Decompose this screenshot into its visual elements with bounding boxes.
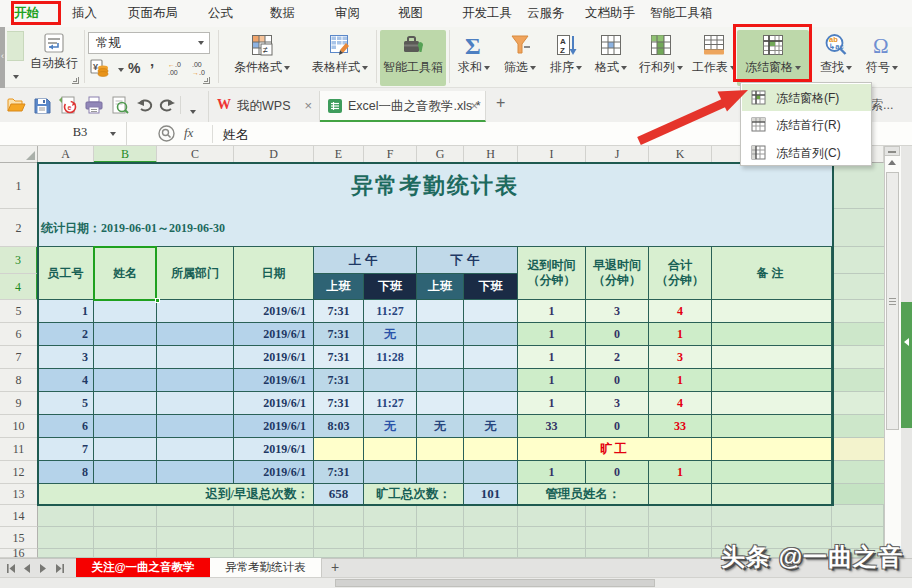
cell-F6[interactable]: 无 — [364, 323, 417, 346]
totals-empty-l[interactable] — [712, 484, 832, 505]
column-header-H[interactable]: H — [464, 146, 518, 163]
cell-K6[interactable]: 1 — [649, 323, 712, 346]
header-pm[interactable]: 下午 — [417, 247, 518, 274]
cell-B10[interactable] — [94, 415, 157, 438]
cell-M4[interactable] — [832, 274, 884, 300]
sheet-tab-promo[interactable]: 关注@一曲之音教学 — [76, 558, 210, 577]
special-paste-icon[interactable] — [158, 125, 175, 142]
menu-item-10[interactable]: 文档助手 — [585, 0, 635, 27]
column-header-E[interactable]: E — [314, 146, 364, 163]
column-header-C[interactable]: C — [157, 146, 234, 163]
close-tab-icon[interactable]: × — [470, 98, 478, 113]
cell-B11[interactable] — [94, 438, 157, 461]
conditional-format-button[interactable]: ≠条件格式 — [224, 30, 300, 86]
cell-A6[interactable]: 2 — [38, 323, 94, 346]
cell-M11[interactable] — [832, 438, 884, 461]
title-block[interactable]: 异常考勤统计表统计日期：2019-06-01～2019-06-30 — [38, 163, 832, 247]
freeze-menu-item-3[interactable]: 冻结首列(C) — [742, 139, 871, 166]
cell-M8[interactable] — [832, 369, 884, 392]
menu-item-9[interactable]: 云服务 — [527, 0, 565, 27]
cell-F10[interactable]: 无 — [364, 415, 417, 438]
cell-D6[interactable]: 2019/6/1 — [234, 323, 314, 346]
cell-A12[interactable]: 8 — [38, 461, 94, 484]
row-header-5[interactable]: 5 — [0, 300, 38, 323]
vertical-scroll-thumb[interactable] — [886, 172, 899, 430]
cell-B12[interactable] — [94, 461, 157, 484]
prev-sheet-icon[interactable] — [23, 564, 31, 573]
header-am-on[interactable]: 上班 — [314, 274, 364, 300]
column-header-F[interactable]: F — [364, 146, 417, 163]
header-note[interactable]: 备注 — [712, 247, 832, 300]
totals-admin-label[interactable]: 管理员姓名： — [518, 484, 649, 505]
cell-H10[interactable]: 无 — [464, 415, 518, 438]
cell-K9[interactable]: 4 — [649, 392, 712, 415]
save-icon[interactable] — [32, 95, 52, 115]
menu-item-1[interactable]: 开始 — [14, 0, 39, 27]
cell-D8[interactable]: 2019/6/1 — [234, 369, 314, 392]
column-header-J[interactable]: J — [586, 146, 649, 163]
percent-button[interactable]: % — [128, 60, 140, 76]
row-header-2[interactable]: 2 — [0, 209, 38, 247]
cell-G6[interactable] — [417, 323, 464, 346]
cell-E9[interactable]: 7:31 — [314, 392, 364, 415]
cell-C8[interactable] — [157, 369, 234, 392]
cell-L11[interactable] — [712, 438, 832, 461]
cell-H8[interactable] — [464, 369, 518, 392]
next-sheet-icon[interactable] — [39, 564, 47, 573]
column-header-K[interactable]: K — [649, 146, 712, 163]
comma-style-button[interactable]: ’ — [150, 60, 154, 77]
cell-G11[interactable] — [417, 438, 464, 461]
sheet-tab-active[interactable]: 异常考勤统计表 — [210, 558, 322, 577]
cell-F12[interactable] — [364, 461, 417, 484]
cell-A7[interactable]: 3 — [38, 346, 94, 369]
cell-J10[interactable]: 0 — [586, 415, 649, 438]
side-panel-handle[interactable] — [901, 302, 912, 428]
cell-M2[interactable] — [832, 209, 884, 247]
row-header-8[interactable]: 8 — [0, 369, 38, 392]
row-header-11[interactable]: 11 — [0, 438, 38, 461]
cell-H5[interactable] — [464, 300, 518, 323]
menu-item-8[interactable]: 开发工具 — [462, 0, 512, 27]
quickbar-caret-icon[interactable] — [188, 102, 196, 120]
worksheet-button[interactable]: 工作表 — [688, 30, 740, 86]
cell-A11[interactable]: 7 — [38, 438, 94, 461]
cell-C7[interactable] — [157, 346, 234, 369]
menu-item-3[interactable]: 页面布局 — [128, 0, 178, 27]
freeze-panes-button[interactable]: 冻结窗格 — [737, 30, 809, 86]
cell-B5[interactable] — [94, 300, 157, 323]
cell-G7[interactable] — [417, 346, 464, 369]
first-sheet-icon[interactable] — [6, 564, 16, 573]
cell-G8[interactable] — [417, 369, 464, 392]
header-name[interactable]: 姓名 — [94, 247, 157, 300]
vertical-split-handle[interactable] — [884, 146, 900, 156]
cell-E12[interactable]: 7:31 — [314, 461, 364, 484]
cell-K12[interactable]: 1 — [649, 461, 712, 484]
cell-I6[interactable]: 1 — [518, 323, 586, 346]
table-style-button[interactable]: 表格样式 — [302, 30, 378, 86]
cell-C12[interactable] — [157, 461, 234, 484]
name-box-caret-icon[interactable] — [110, 132, 116, 136]
paste-button-partial[interactable] — [7, 31, 24, 61]
cell-D5[interactable]: 2019/6/1 — [234, 300, 314, 323]
cell-M10[interactable] — [832, 415, 884, 438]
row-header-9[interactable]: 9 — [0, 392, 38, 415]
cell-M5[interactable] — [832, 300, 884, 323]
cell-G9[interactable] — [417, 392, 464, 415]
totals-empty-k[interactable] — [649, 484, 712, 505]
empty-row-16[interactable] — [38, 549, 832, 558]
cell-J6[interactable]: 0 — [586, 323, 649, 346]
row-header-12[interactable]: 12 — [0, 461, 38, 484]
cell-M6[interactable] — [832, 323, 884, 346]
cell-B8[interactable] — [94, 369, 157, 392]
cell-D9[interactable]: 2019/6/1 — [234, 392, 314, 415]
new-doc-tab-button[interactable]: + — [496, 94, 505, 112]
menu-item-5[interactable]: 数据 — [270, 0, 295, 27]
row-header-14[interactable]: 14 — [0, 505, 38, 527]
cell-A10[interactable]: 6 — [38, 415, 94, 438]
doc-tab-home[interactable]: W我的WPS× — [208, 91, 320, 122]
cell-J7[interactable]: 2 — [586, 346, 649, 369]
cell-D7[interactable]: 2019/6/1 — [234, 346, 314, 369]
row-header-7[interactable]: 7 — [0, 346, 38, 369]
cell-M1[interactable] — [832, 163, 884, 209]
cell-F9[interactable]: 11:27 — [364, 392, 417, 415]
